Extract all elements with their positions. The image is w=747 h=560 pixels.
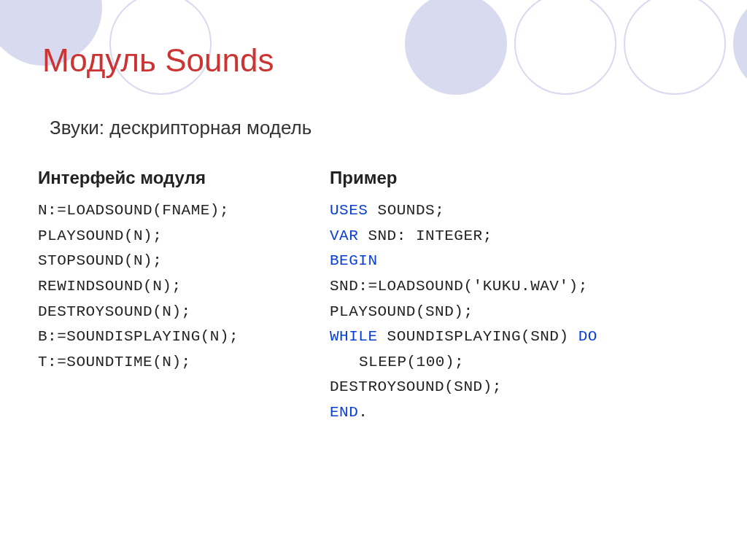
code-line: WHILE SOUNDISPLAYING(SND) DO <box>330 324 718 350</box>
interface-code-block: N:=LOADSOUND(FNAME);PLAYSOUND(N);STOPSOU… <box>38 198 315 375</box>
code-text: SND: INTEGER; <box>358 228 492 244</box>
code-line: PLAYSOUND(SND); <box>330 300 718 325</box>
code-text: . <box>358 404 368 421</box>
code-line: STOPSOUND(N); <box>38 249 315 274</box>
code-line: DESTROYSOUND(N); <box>38 300 315 325</box>
keyword: BEGIN <box>330 252 378 269</box>
example-code-block: USES SOUNDS;VAR SND: INTEGER;BEGINSND:=L… <box>330 198 718 426</box>
code-line: END. <box>330 400 718 426</box>
right-column: Пример USES SOUNDS;VAR SND: INTEGER;BEGI… <box>315 168 718 426</box>
code-line: B:=SOUNDISPLAYING(N); <box>38 324 315 350</box>
code-line: T:=SOUNDTIME(N); <box>38 350 315 376</box>
circle-outline <box>624 0 726 95</box>
left-column: Интерфейс модуля N:=LOADSOUND(FNAME);PLA… <box>38 168 315 426</box>
keyword: WHILE <box>330 328 378 345</box>
code-text: SOUNDS; <box>368 202 444 219</box>
circle-outline <box>514 0 616 95</box>
circle-filled <box>733 0 747 95</box>
keyword: VAR <box>330 228 358 244</box>
slide-subtitle: Звуки: дескрипторная модель <box>50 117 311 139</box>
circle-filled <box>405 0 507 95</box>
code-line: REWINDSOUND(N); <box>38 274 315 300</box>
right-heading: Пример <box>330 168 718 188</box>
code-line: DESTROYSOUND(SND); <box>330 375 718 400</box>
code-line: VAR SND: INTEGER; <box>330 224 718 249</box>
code-line: BEGIN <box>330 249 718 274</box>
slide-title: Модуль Sounds <box>42 42 274 79</box>
keyword: END <box>330 404 358 421</box>
content-columns: Интерфейс модуля N:=LOADSOUND(FNAME);PLA… <box>38 168 718 426</box>
code-text: SLEEP(100); <box>359 354 464 370</box>
code-line: SND:=LOADSOUND('KUKU.WAV'); <box>330 274 718 300</box>
code-line: PLAYSOUND(N); <box>38 224 315 249</box>
code-line: USES SOUNDS; <box>330 198 718 224</box>
code-text: SOUNDISPLAYING(SND) <box>378 328 578 345</box>
left-heading: Интерфейс модуля <box>38 168 315 188</box>
code-text: SND:=LOADSOUND('KUKU.WAV'); <box>330 278 588 295</box>
code-text: PLAYSOUND(SND); <box>330 303 473 320</box>
keyword: USES <box>330 202 368 219</box>
code-text: DESTROYSOUND(SND); <box>330 378 502 395</box>
code-line: SLEEP(100); <box>330 350 718 376</box>
keyword: DO <box>578 328 597 345</box>
code-line: N:=LOADSOUND(FNAME); <box>38 198 315 224</box>
